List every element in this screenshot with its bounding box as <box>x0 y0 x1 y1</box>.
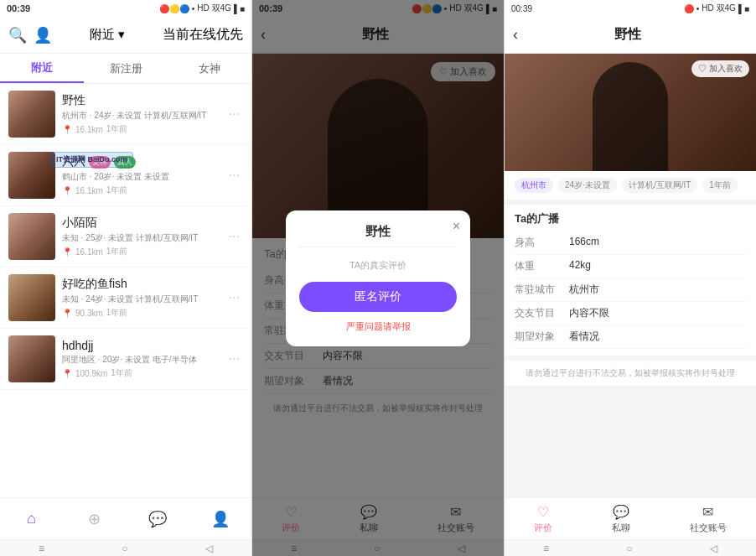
sys-menu[interactable]: ≡ <box>39 543 44 554</box>
hd-label-3: HD 双4G <box>702 3 736 14</box>
avatar-5 <box>8 335 55 382</box>
info-row-expect: 期望对象 看情况 <box>515 325 746 349</box>
action-review-3[interactable]: ♡ 评价 <box>534 504 552 534</box>
list-item[interactable]: 六六 女神 真人 鹤山市 · 20岁· 未设置 未设置 📍 16.1km 1年前… <box>0 145 251 206</box>
action-social-3[interactable]: ✉ 社交账号 <box>690 504 727 534</box>
sys-bar-3: ≡ ○ ◁ <box>505 539 756 556</box>
broadcast-section-3: Ta的广播 身高 166cm 体重 42kg 常驻城市 杭州市 交友节目 内容不… <box>505 205 756 356</box>
user-location-1: 📍 16.1km 1年前 <box>62 123 225 135</box>
tag-city: 杭州市 <box>515 178 553 193</box>
list-item[interactable]: 野性 杭州市 · 24岁· 未设置 计算机/互联网/IT 📍 16.1km 1年… <box>0 84 251 145</box>
user-name-1: 野性 <box>62 93 225 108</box>
time-1: 00:39 <box>7 3 30 13</box>
info-row-weight: 体重 42kg <box>515 255 746 278</box>
user-name-4: 好吃的鱼fish <box>62 277 225 292</box>
sys-back-3[interactable]: ◁ <box>710 543 717 554</box>
warning-text-3: 请勿通过平台进行不法交易，如被举报核实将作封号处理 <box>505 361 756 386</box>
tab-goddess[interactable]: 女神 <box>168 54 251 83</box>
info-row-city: 常驻城市 杭州市 <box>515 278 746 302</box>
user-info-5: hdhdjj 阿里地区 · 20岁· 未设置 电子/半导体 📍 100.9km … <box>62 339 225 379</box>
list-item[interactable]: 好吃的鱼fish 未知 · 24岁· 未设置 计算机/互联网/IT 📍 90.3… <box>0 268 251 329</box>
info-row-height: 身高 166cm <box>515 231 746 255</box>
filter-label[interactable]: 当前在线优先 <box>163 26 243 44</box>
profile-icon: 👤 <box>211 510 230 528</box>
info-row-topic: 交友节目 内容不限 <box>515 302 746 325</box>
profile-title-3: 野性 <box>525 26 731 44</box>
watermark: IT资源网 BaiDu.com <box>50 152 133 168</box>
user-tags-2: 鹤山市 · 20岁· 未设置 未设置 <box>62 171 225 183</box>
user-info-1: 野性 杭州市 · 24岁· 未设置 计算机/互联网/IT 📍 16.1km 1年… <box>62 93 225 135</box>
phone-list: 00:39 🔴🟡🔵 • HD 双4G ▌■ 🔍 👤 附近 ▾ 当前在线优先 附近… <box>0 0 252 556</box>
home-icon: ⌂ <box>23 510 41 528</box>
spacer-3 <box>505 386 756 497</box>
bottom-nav-profile[interactable]: 👤 <box>211 510 230 528</box>
nav-title-1[interactable]: 附近 ▾ <box>52 27 163 43</box>
more-btn-1[interactable]: ··· <box>225 103 243 125</box>
battery-1: ▌■ <box>234 4 245 13</box>
user-info-4: 好吃的鱼fish 未知 · 24岁· 未设置 计算机/互联网/IT 📍 90.3… <box>62 277 225 319</box>
tag-time: 1年前 <box>702 178 738 193</box>
list-item[interactable]: hdhdjj 阿里地区 · 20岁· 未设置 电子/半导体 📍 100.9km … <box>0 329 251 390</box>
user-tags-1: 杭州市 · 24岁· 未设置 计算机/互联网/IT <box>62 110 225 122</box>
sys-menu-3[interactable]: ≡ <box>543 543 549 554</box>
sys-home[interactable]: ○ <box>122 543 127 554</box>
more-btn-2[interactable]: ··· <box>225 164 243 186</box>
modal-overlay[interactable]: × 野性 TA的真实评价 匿名评价 严重问题请举报 <box>252 0 504 556</box>
time-3: 00:39 <box>511 4 532 13</box>
sys-home-3[interactable]: ○ <box>626 543 632 554</box>
user-location-2: 📍 16.1km 1年前 <box>62 184 225 196</box>
sys-back[interactable]: ◁ <box>205 543 213 554</box>
user-list: 野性 杭州市 · 24岁· 未设置 计算机/互联网/IT 📍 16.1km 1年… <box>0 84 251 497</box>
modal-profile-name: 野性 <box>299 224 457 240</box>
review-modal: × 野性 TA的真实评价 匿名评价 严重问题请举报 <box>286 210 470 346</box>
user-tags-3: 未知 · 25岁· 未设置 计算机/互联网/IT <box>62 232 225 244</box>
tag-industry: 计算机/互联网/IT <box>622 178 697 193</box>
phone-profile-modal: 00:39 🔴🟡🔵 • HD 双4G ▌■ ‹ 野性 ♡ 加入喜欢 Ta的广播 … <box>252 0 505 556</box>
hd-label-1: HD 双4G <box>197 3 231 14</box>
report-link[interactable]: 严重问题请举报 <box>299 320 457 333</box>
nav-right-1: 当前在线优先 <box>163 26 243 44</box>
notification-icons-3: 🔴 • <box>684 4 699 13</box>
tag-age: 24岁·未设置 <box>558 178 617 193</box>
user-location-3: 📍 16.1km 1年前 <box>62 246 225 257</box>
sys-bar-1: ≡ ○ ◁ <box>0 539 251 556</box>
profile-bottom-3: ♡ 评价 💬 私聊 ✉ 社交账号 <box>505 497 756 539</box>
tab-nearby[interactable]: 附近 <box>0 54 84 83</box>
action-chat-3[interactable]: 💬 私聊 <box>612 504 630 534</box>
profile-nav-3: ‹ 野性 <box>505 17 756 54</box>
bottom-nav-discover[interactable]: ⊕ <box>85 510 104 528</box>
back-btn-3[interactable]: ‹ <box>513 26 518 44</box>
avatar-1 <box>8 91 55 138</box>
tag-list-3: 杭州市 24岁·未设置 计算机/互联网/IT 1年前 <box>515 178 746 193</box>
profile-hero-3: ♡ 加入喜欢 <box>505 54 756 171</box>
search-icon[interactable]: 🔍 <box>8 26 27 44</box>
more-btn-4[interactable]: ··· <box>225 287 243 309</box>
modal-close-btn[interactable]: × <box>453 219 460 234</box>
status-icons-3: 🔴 • HD 双4G ▌■ <box>684 3 749 14</box>
list-item[interactable]: 小陌陌 未知 · 25岁· 未设置 计算机/互联网/IT 📍 16.1km 1年… <box>0 206 251 268</box>
mail-icon-3: ✉ <box>702 504 713 520</box>
phone-profile-clean: 00:39 🔴 • HD 双4G ▌■ ‹ 野性 ♡ 加入喜欢 杭州市 24岁·… <box>505 0 756 556</box>
silhouette-3 <box>593 62 668 171</box>
modal-divider <box>299 247 457 247</box>
nav-left-icons: 🔍 👤 <box>8 26 52 44</box>
user-icon[interactable]: 👤 <box>34 26 52 44</box>
discover-icon: ⊕ <box>85 510 104 528</box>
more-btn-5[interactable]: ··· <box>225 348 243 370</box>
chat-icon-3: 💬 <box>613 504 629 520</box>
battery-3: ▌■ <box>738 4 749 13</box>
user-name-3: 小陌陌 <box>62 216 225 231</box>
bottom-nav-1: ⌂ ⊕ 💬 👤 <box>0 497 251 539</box>
bottom-nav-chat[interactable]: 💬 <box>148 510 167 528</box>
avatar-2 <box>8 152 55 199</box>
chat-icon: 💬 <box>148 510 167 528</box>
user-location-5: 📍 100.9km 1年前 <box>62 367 225 379</box>
bottom-nav-home[interactable]: ⌂ <box>23 510 41 528</box>
more-btn-3[interactable]: ··· <box>225 226 243 247</box>
heart-icon-3: ♡ <box>537 504 549 520</box>
like-btn-3[interactable]: ♡ 加入喜欢 <box>691 60 749 77</box>
user-tags-5: 阿里地区 · 20岁· 未设置 电子/半导体 <box>62 354 225 366</box>
user-name-5: hdhdjj <box>62 339 225 352</box>
anon-review-btn[interactable]: 匿名评价 <box>299 282 457 312</box>
tab-new[interactable]: 新注册 <box>84 54 168 83</box>
